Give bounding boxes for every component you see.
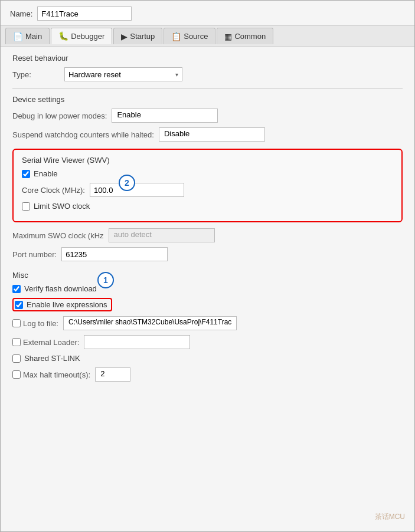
reset-type-value: Hardware reset	[68, 70, 121, 79]
verify-flash-row: Verify flash download	[12, 284, 403, 293]
misc-section: Misc Verify flash download Enable live e…	[12, 271, 403, 382]
core-clock-input[interactable]	[90, 183, 184, 197]
debug-low-power-value: Enable	[112, 109, 218, 123]
swv-enable-row: Enable	[22, 169, 393, 178]
log-to-file-label: Log to file:	[23, 319, 58, 328]
core-clock-row: Core Clock (MHz):	[22, 183, 393, 197]
limit-swo-checkbox[interactable]	[22, 202, 30, 211]
divider-1	[12, 88, 403, 89]
limit-swo-row: Limit SWO clock	[22, 202, 393, 211]
common-icon: ▦	[224, 32, 232, 41]
swv-enable-label: Enable	[34, 169, 57, 178]
debug-low-power-row: Debug in low power modes: Enable	[12, 109, 403, 123]
max-halt-checkbox[interactable]	[12, 370, 21, 379]
verify-flash-label: Verify flash download	[24, 284, 97, 293]
startup-icon: ▶	[121, 32, 128, 41]
live-expr-box: Enable live expressions	[12, 298, 112, 311]
shared-stlink-label: Shared ST-LINK	[24, 354, 80, 363]
shared-stlink-checkbox[interactable]	[12, 354, 21, 363]
verify-flash-checkbox[interactable]	[12, 285, 21, 293]
max-halt-value: 2	[95, 367, 130, 382]
port-number-row: Port number:	[12, 247, 403, 261]
port-number-label: Port number:	[12, 250, 57, 259]
suspend-watchdog-row: Suspend watchdog counters while halted: …	[12, 127, 403, 142]
max-swo-row: Maximum SWO clock (kHz auto detect	[12, 228, 403, 242]
debugger-icon: 🐛	[58, 31, 68, 41]
live-expr-row: Enable live expressions	[12, 298, 403, 311]
limit-swo-label: Limit SWO clock	[34, 202, 90, 211]
reset-section-title: Reset behaviour	[12, 54, 403, 63]
port-number-input[interactable]	[61, 247, 168, 261]
tab-common-label: Common	[234, 32, 266, 41]
tabs-bar: 📄 Main 🐛 Debugger ▶ Startup 📋 Source ▦ C…	[1, 25, 414, 47]
dropdown-arrow-icon: ▾	[175, 71, 178, 78]
log-to-file-row: Log to file: C:\Users\miler shao\STM32Cu…	[12, 316, 403, 330]
external-loader-label: External Loader:	[23, 338, 79, 347]
swv-enable-checkbox[interactable]	[22, 170, 30, 178]
suspend-watchdog-label: Suspend watchdog counters while halted:	[12, 130, 154, 139]
tab-main-label: Main	[25, 32, 42, 41]
external-loader-value	[84, 335, 190, 349]
suspend-watchdog-value: Disable	[159, 127, 265, 142]
misc-section-title: Misc	[12, 271, 403, 280]
core-clock-label: Core Clock (MHz):	[22, 186, 85, 195]
name-label: Name:	[10, 9, 32, 18]
external-loader-checkbox[interactable]	[12, 338, 21, 346]
tab-source[interactable]: 📋 Source	[164, 28, 215, 44]
tab-startup[interactable]: ▶ Startup	[113, 28, 162, 44]
max-swo-label: Maximum SWO clock (kHz	[12, 231, 104, 240]
log-to-file-checkbox[interactable]	[12, 319, 21, 327]
tab-main[interactable]: 📄 Main	[5, 28, 50, 44]
live-expr-checkbox[interactable]	[15, 301, 23, 309]
tab-debugger[interactable]: 🐛 Debugger	[51, 28, 112, 44]
badge-2: 2	[119, 175, 135, 191]
swv-section-title: Serial Wire Viewer (SWV)	[22, 156, 393, 165]
source-icon: 📋	[171, 32, 181, 41]
tab-source-label: Source	[184, 32, 208, 41]
tab-startup-label: Startup	[130, 32, 155, 41]
tab-debugger-label: Debugger	[71, 32, 104, 41]
max-halt-label: Max halt timeout(s):	[23, 370, 90, 379]
reset-type-label: Type:	[12, 70, 60, 79]
live-expr-label: Enable live expressions	[27, 300, 107, 309]
tab-common[interactable]: ▦ Common	[217, 28, 273, 44]
watermark: 茶话MCU	[375, 512, 405, 522]
debug-low-power-label: Debug in low power modes:	[12, 111, 107, 120]
badge-1: 1	[97, 272, 114, 288]
log-to-file-path[interactable]: C:\Users\miler shao\STM32Cube\UsaProj\F4…	[63, 316, 237, 330]
reset-type-dropdown[interactable]: Hardware reset ▾	[64, 67, 182, 81]
max-swo-value: auto detect	[109, 228, 215, 242]
shared-stlink-row: Shared ST-LINK	[12, 354, 403, 363]
swv-section: Serial Wire Viewer (SWV) Enable Core Clo…	[12, 149, 403, 222]
name-input[interactable]	[37, 6, 132, 21]
reset-section: Reset behaviour Type: Hardware reset ▾	[12, 54, 403, 81]
device-section-title: Device settings	[12, 95, 403, 104]
main-icon: 📄	[13, 32, 23, 41]
external-loader-row: External Loader:	[12, 335, 403, 349]
device-section: Device settings Debug in low power modes…	[12, 95, 403, 142]
max-halt-row: Max halt timeout(s): 2	[12, 367, 403, 382]
